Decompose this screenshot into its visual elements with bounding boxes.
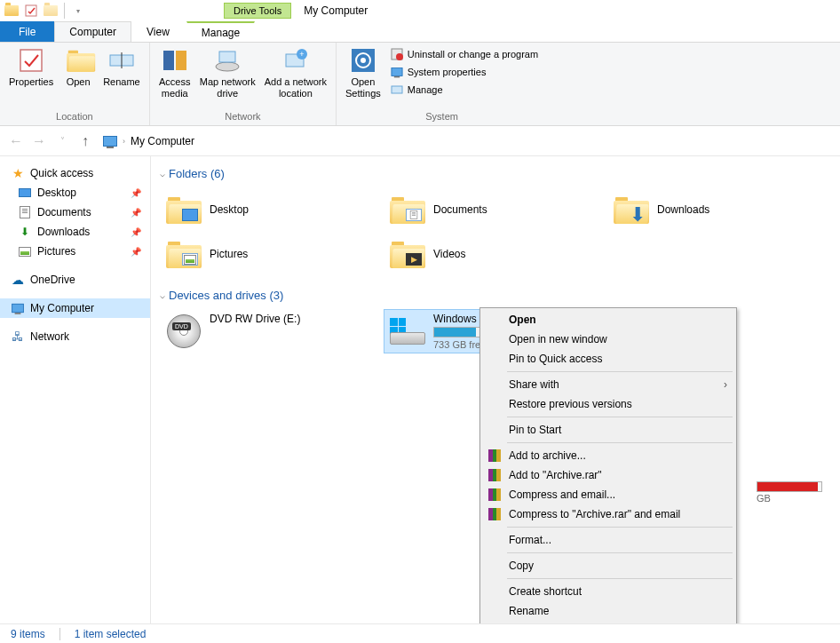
- navigation-bar: ← → ˅ ↑ › My Computer: [0, 126, 840, 156]
- open-label: Open: [67, 76, 91, 88]
- svg-text:+: +: [299, 50, 304, 59]
- sidebar-label: Pictures: [37, 245, 75, 258]
- svg-rect-16: [392, 86, 402, 93]
- qat-newfolder-icon[interactable]: [43, 3, 59, 19]
- winrar-icon: [487, 488, 502, 502]
- sidebar-label: Documents: [37, 206, 91, 218]
- open-folder-icon: [64, 46, 92, 75]
- ctx-share-with[interactable]: Share with›: [482, 375, 734, 394]
- sidebar-label: Network: [30, 330, 69, 343]
- sidebar-item-desktop[interactable]: Desktop📌: [0, 183, 150, 202]
- recent-dropdown[interactable]: ˅: [53, 132, 71, 150]
- ctx-separator: [507, 552, 733, 553]
- sidebar-item-downloads[interactable]: ⬇Downloads📌: [0, 222, 150, 242]
- folder-icon: [165, 235, 202, 273]
- winrar-icon: [487, 449, 502, 463]
- group-label-network: Network: [155, 109, 330, 125]
- up-button[interactable]: ↑: [76, 132, 94, 150]
- uninstall-button[interactable]: Uninstall or change a program: [388, 46, 540, 62]
- sidebar-item-network[interactable]: 🖧Network: [0, 327, 150, 346]
- forward-button[interactable]: →: [30, 132, 48, 150]
- ctx-copy[interactable]: Copy: [482, 556, 734, 576]
- sidebar-item-quick-access[interactable]: ★Quick access: [0, 163, 150, 183]
- ctx-label: Restore previous versions: [509, 398, 632, 410]
- folder-pictures[interactable]: Pictures: [160, 232, 384, 276]
- folder-icon: ⬇: [613, 191, 650, 228]
- sidebar-label: My Computer: [30, 302, 94, 314]
- ctx-separator: [507, 371, 733, 372]
- ctx-add-to-rar[interactable]: Add to "Archive.rar": [482, 465, 734, 485]
- ctx-add-to-archive[interactable]: Add to archive...: [482, 446, 734, 465]
- group-label-system: System: [342, 109, 542, 125]
- folder-desktop[interactable]: Desktop: [160, 187, 384, 232]
- ctx-pin-start[interactable]: Pin to Start: [482, 420, 734, 440]
- qat-dropdown-icon[interactable]: ▾: [70, 3, 86, 19]
- svg-rect-7: [219, 52, 235, 62]
- properties-button[interactable]: Properties: [5, 44, 57, 90]
- rename-icon: [107, 46, 136, 75]
- ctx-pin-quick-access[interactable]: Pin to Quick access: [482, 349, 734, 369]
- tab-file[interactable]: File: [0, 21, 54, 42]
- address-bar[interactable]: › My Computer: [99, 133, 198, 149]
- drive-dvd[interactable]: DVD DVD RW Drive (E:): [160, 309, 384, 353]
- ctx-rename[interactable]: Rename: [482, 601, 734, 621]
- ctx-label: Add to archive...: [509, 449, 586, 462]
- content-pane: ⌵Folders (6) Desktop Documents ⬇ Downloa…: [151, 156, 840, 623]
- pin-icon: 📌: [131, 208, 141, 218]
- document-icon: [18, 205, 32, 219]
- sidebar-item-pictures[interactable]: Pictures📌: [0, 242, 150, 261]
- svg-rect-4: [163, 51, 174, 70]
- open-settings-button[interactable]: Open Settings: [342, 44, 384, 101]
- svg-point-13: [361, 58, 366, 63]
- folder-documents[interactable]: Documents: [384, 187, 607, 232]
- ctx-open-new-window[interactable]: Open in new window: [482, 329, 734, 349]
- folder-icon: ▶: [389, 235, 426, 273]
- ctx-open[interactable]: Open: [482, 310, 734, 329]
- sidebar-item-onedrive[interactable]: ☁OneDrive: [0, 270, 150, 290]
- section-folders[interactable]: ⌵Folders (6): [160, 167, 831, 180]
- sidebar-item-documents[interactable]: Documents📌: [0, 202, 150, 222]
- folder-downloads[interactable]: ⬇ Downloads: [607, 187, 831, 232]
- qat-separator: [64, 3, 65, 19]
- ctx-label: Open in new window: [509, 333, 607, 345]
- folder-icon: [165, 191, 202, 228]
- svg-rect-5: [176, 51, 186, 70]
- explorer-icon: [4, 3, 20, 19]
- folder-videos[interactable]: ▶ Videos: [384, 232, 607, 276]
- sidebar-label: Downloads: [37, 226, 90, 238]
- access-media-button[interactable]: Access media: [155, 44, 194, 101]
- star-icon: ★: [11, 166, 25, 180]
- section-drives[interactable]: ⌵Devices and drives (3): [160, 289, 831, 302]
- properties-icon: [17, 46, 45, 75]
- sysprops-icon: [390, 65, 404, 79]
- drive-other-partial[interactable]: GB: [757, 481, 840, 499]
- map-drive-button[interactable]: Map network drive: [196, 44, 259, 101]
- sidebar-item-my-computer[interactable]: My Computer: [0, 298, 150, 318]
- ribbon-group-location: Properties Open Rename Location: [0, 43, 150, 125]
- tab-view[interactable]: View: [131, 21, 185, 42]
- status-bar: 9 items 1 item selected: [0, 623, 840, 643]
- navigation-pane: ★Quick access Desktop📌 Documents📌 ⬇Downl…: [0, 156, 151, 623]
- ctx-restore-versions[interactable]: Restore previous versions: [482, 394, 734, 414]
- winrar-icon: [487, 468, 502, 482]
- tab-computer[interactable]: Computer: [54, 21, 131, 42]
- ctx-label: Copy: [509, 560, 534, 572]
- context-menu: Open Open in new window Pin to Quick acc…: [479, 307, 737, 623]
- open-button[interactable]: Open: [59, 44, 98, 90]
- ctx-format[interactable]: Format...: [482, 530, 734, 550]
- tab-manage[interactable]: Manage: [186, 21, 255, 42]
- add-location-button[interactable]: + Add a network location: [261, 44, 330, 101]
- qat-properties-icon[interactable]: [23, 3, 39, 19]
- rename-button[interactable]: Rename: [99, 44, 144, 90]
- manage-button[interactable]: Manage: [388, 82, 540, 98]
- system-properties-button[interactable]: System properties: [388, 64, 540, 80]
- ctx-compress-rar-email[interactable]: Compress to "Archive.rar" and email: [482, 504, 734, 524]
- svg-point-15: [396, 53, 403, 60]
- breadcrumb[interactable]: My Computer: [131, 135, 194, 147]
- ctx-compress-email[interactable]: Compress and email...: [482, 485, 734, 504]
- ctx-create-shortcut[interactable]: Create shortcut: [482, 582, 734, 601]
- section-label: Folders (6): [169, 167, 225, 180]
- back-button[interactable]: ←: [7, 132, 25, 150]
- map-drive-icon: [213, 46, 242, 75]
- pin-icon: 📌: [131, 247, 141, 257]
